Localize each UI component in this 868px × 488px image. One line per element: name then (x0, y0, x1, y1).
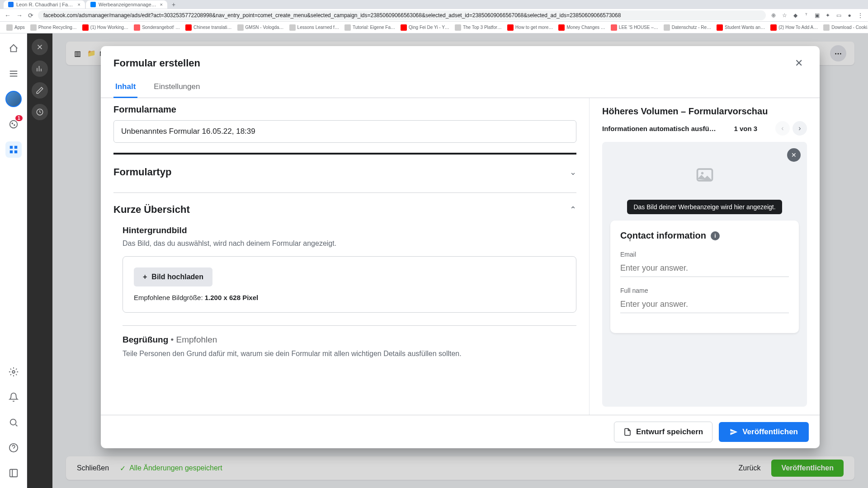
send-icon (730, 428, 738, 436)
search-icon[interactable] (5, 414, 22, 431)
svg-point-2 (14, 125, 14, 126)
nav-back-icon[interactable]: ← (5, 12, 11, 19)
tab-close-icon[interactable]: × (78, 2, 80, 7)
history-icon[interactable] (32, 104, 48, 120)
publish-button[interactable]: Veröffentlichen (719, 422, 809, 442)
upload-box: +Bild hochladen Empfohlene Bildgröße: 1.… (123, 256, 576, 313)
avatar[interactable] (5, 91, 22, 107)
youtube-icon (185, 24, 192, 31)
modal-close-button[interactable]: ✕ (791, 55, 807, 71)
bookmark-item[interactable]: (1) How Working… (80, 23, 130, 32)
bookmark-item[interactable]: How to get more… (505, 23, 555, 32)
menu-icon[interactable] (5, 66, 22, 82)
page-icon (344, 24, 351, 31)
bookmark-item[interactable]: GMSN - Vologda… (236, 23, 286, 32)
bookmark-item[interactable]: Chinese translati… (184, 23, 233, 32)
bookmark-item[interactable]: Datenschutz - Re… (662, 23, 713, 32)
preview-step-counter: 1 von 3 (734, 125, 758, 132)
info-icon[interactable]: i (711, 231, 720, 240)
tab-title: Werbeanzeigenmanager - We… (99, 2, 157, 7)
preview-card: Contact information i I Email Full name (610, 221, 799, 333)
fullname-field[interactable] (620, 296, 789, 313)
edit-icon[interactable] (32, 82, 48, 99)
gear-icon[interactable] (5, 364, 22, 380)
tab-close-icon[interactable]: × (160, 2, 163, 7)
formtype-section[interactable]: Formulartyp ⌄ (113, 164, 576, 180)
preview-tooltip: Das Bild deiner Werbeanzeige wird hier a… (627, 200, 782, 214)
preview-next-button[interactable]: › (793, 121, 807, 136)
bookmark-item[interactable]: Sonderangebot! … (132, 23, 182, 32)
bookmark-item[interactable]: Student Wants an… (715, 23, 767, 32)
bookmark-item[interactable]: Tutorial: Eigene Fa… (343, 23, 397, 32)
youtube-icon (770, 24, 777, 31)
bookmark-item[interactable]: Apps (5, 23, 27, 32)
bookmark-item[interactable]: LEE 'S HOUSE –… (609, 23, 660, 32)
preview-prev-button[interactable]: ‹ (775, 121, 790, 136)
bell-icon[interactable] (5, 389, 22, 405)
greeting-title: Begrüßung • Empfohlen (123, 335, 576, 345)
new-tab-button[interactable]: + (168, 1, 179, 8)
bg-title: Hintergrundbild (123, 225, 576, 235)
grid-icon[interactable] (5, 141, 22, 158)
menu-icon[interactable]: ⋮ (857, 12, 863, 19)
facebook-icon (8, 2, 14, 7)
svg-point-1 (12, 123, 13, 124)
bookmark-item[interactable]: Money Changes … (557, 23, 607, 32)
close-icon[interactable] (32, 39, 48, 55)
browser-tab[interactable]: Werbeanzeigenmanager - We… × (86, 0, 167, 9)
bookmark-item[interactable]: Phone Recycling… (28, 23, 79, 32)
email-field[interactable] (620, 260, 789, 277)
adblock-icon[interactable]: ◆ (792, 12, 798, 19)
preview-close-icon[interactable]: ✕ (787, 148, 801, 162)
meta-icon (90, 2, 96, 7)
home-icon[interactable] (5, 40, 22, 56)
bookmark-item[interactable]: Download - Cooki… (821, 23, 868, 32)
modal-overlay: Formular erstellen ✕ Inhalt Einstellunge… (52, 33, 868, 488)
puzzle-icon[interactable]: ✦ (825, 12, 831, 19)
help-icon[interactable] (5, 440, 22, 456)
cookie-icon[interactable]: 1 (5, 116, 22, 132)
bookmark-item[interactable]: Lessons Learned f… (288, 23, 341, 32)
star-icon[interactable]: ☆ (781, 12, 788, 19)
airbnb-icon (611, 24, 617, 31)
preview-nav: Informationen automatisch ausfü… 1 von 3… (602, 121, 807, 136)
overview-section[interactable]: Kurze Übersicht ⌃ (113, 202, 576, 217)
editor-rail (27, 33, 52, 488)
tab-settings[interactable]: Einstellungen (152, 78, 202, 98)
collapse-icon[interactable] (5, 465, 22, 481)
chart-icon[interactable] (32, 61, 48, 77)
preview-title: Höheres Volumen – Formularvorschau (602, 106, 807, 117)
overview-title: Kurze Übersicht (113, 204, 190, 216)
upload-button[interactable]: +Bild hochladen (134, 267, 212, 286)
browser-tab[interactable]: Leon R. Chaudhari | Facebook × (4, 0, 85, 9)
form-column: Formularname Formulartyp ⌄ Kurze Übersic… (101, 98, 589, 415)
svg-rect-6 (14, 150, 17, 153)
url-bar: ← → ⟳ ⊕ ☆ ◆ ᵀ ▣ ✦ ▭ ● ⋮ (0, 9, 868, 22)
save-draft-button[interactable]: Entwurf speichern (614, 422, 712, 442)
field-label: Full name (620, 287, 789, 294)
modal-footer: Entwurf speichern Veröffentlichen (101, 415, 820, 448)
bookmark-item[interactable]: The Top 3 Platfor… (453, 23, 504, 32)
text-cursor: I (629, 237, 631, 242)
bookmark-item[interactable]: Qing Fei De Yi - Y… (399, 23, 451, 32)
url-input[interactable] (38, 10, 766, 20)
formname-input[interactable] (113, 120, 576, 143)
upload-hint: Empfohlene Bildgröße: 1.200 x 628 Pixel (134, 294, 565, 301)
greeting-desc: Teile Personen den Grund dafür mit, waru… (123, 348, 576, 359)
svg-rect-10 (9, 469, 17, 477)
svg-rect-5 (9, 150, 12, 153)
o2-icon (30, 24, 37, 31)
nav-reload-icon[interactable]: ⟳ (28, 12, 33, 19)
window-icon[interactable]: ▭ (835, 12, 842, 19)
fb-ext-icon[interactable]: ▣ (814, 12, 820, 19)
tab-content[interactable]: Inhalt (113, 78, 137, 98)
chevron-up-icon: ⌃ (570, 205, 576, 215)
nav-forward-icon[interactable]: → (16, 12, 23, 19)
translate-icon[interactable]: ᵀ (803, 12, 809, 19)
left-rail: 1 (0, 33, 27, 488)
field-label: Email (620, 251, 789, 258)
zoom-icon[interactable]: ⊕ (770, 12, 777, 19)
airbnb-icon (134, 24, 140, 31)
bookmark-item[interactable]: (2) How To Add A… (769, 23, 820, 32)
profile-icon[interactable]: ● (846, 12, 853, 19)
